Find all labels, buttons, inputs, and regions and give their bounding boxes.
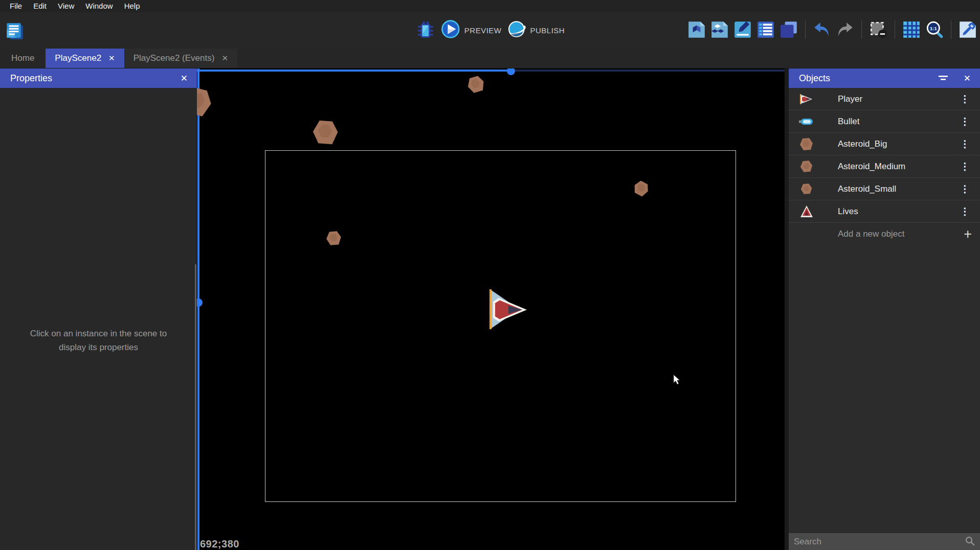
toolbar-separator — [951, 20, 951, 39]
objects-panel: Objects ✕ — [785, 68, 980, 550]
object-row-asteroid-big[interactable]: Asteroid_Big ⋮ — [789, 133, 980, 155]
debug-icon[interactable] — [415, 20, 436, 40]
menu-window[interactable]: Window — [80, 0, 118, 12]
add-object-label: Add a new object — [838, 229, 964, 239]
scene-hscrollbar-track[interactable] — [515, 70, 785, 72]
object-row-lives[interactable]: Lives ⋮ — [789, 200, 980, 223]
play-icon — [441, 19, 460, 41]
tab-label: Home — [11, 53, 34, 63]
object-label: Asteroid_Big — [838, 139, 957, 149]
objects-editor-icon[interactable] — [686, 19, 707, 40]
svg-text:1:1: 1:1 — [930, 26, 937, 31]
menu-view[interactable]: View — [52, 0, 80, 12]
close-icon[interactable]: ✕ — [221, 54, 228, 63]
scene-vscrollbar-thumb[interactable] — [197, 299, 203, 307]
toggle-grid-icon[interactable] — [901, 19, 922, 40]
object-row-asteroid-small[interactable]: Asteroid_Small ⋮ — [789, 178, 980, 200]
kebab-menu-icon[interactable]: ⋮ — [957, 208, 973, 215]
kebab-menu-icon[interactable]: ⋮ — [957, 186, 973, 193]
asteroid-icon — [799, 182, 814, 196]
properties-title: Properties — [10, 73, 52, 84]
toolbar-separator — [861, 20, 862, 39]
asteroid-instance[interactable] — [197, 82, 213, 121]
toolbar-separator — [895, 20, 895, 39]
publish-button[interactable]: PUBLISH — [506, 19, 565, 41]
tab-playscene2-events[interactable]: PlayScene2 (Events) ✕ — [124, 49, 237, 68]
scene-hscrollbar-thumb[interactable] — [507, 68, 515, 75]
object-label: Player — [838, 94, 957, 104]
menu-file[interactable]: File — [4, 0, 28, 12]
lives-ship-icon — [799, 205, 814, 218]
project-manager-icon[interactable] — [4, 20, 25, 41]
asteroid-icon — [799, 138, 814, 151]
objects-header: Objects ✕ — [789, 68, 980, 88]
scene-canvas[interactable]: 692;380 — [197, 68, 785, 550]
mouse-cursor — [673, 374, 681, 385]
properties-header: Properties ✕ — [0, 68, 197, 88]
menu-help[interactable]: Help — [119, 0, 146, 12]
instances-list-icon[interactable] — [755, 19, 776, 40]
bullet-icon — [799, 115, 814, 128]
layers-icon[interactable] — [778, 19, 799, 40]
deselect-instances-icon[interactable] — [868, 19, 888, 40]
object-label: Bullet — [838, 117, 957, 127]
preview-button[interactable]: PREVIEW — [441, 19, 502, 41]
object-search-bar — [789, 533, 980, 550]
menu-edit[interactable]: Edit — [28, 0, 52, 12]
tab-bar: Home PlayScene2 ✕ PlayScene2 (Events) ✕ — [0, 49, 980, 68]
tab-label: PlayScene2 (Events) — [133, 53, 215, 63]
object-row-bullet[interactable]: Bullet ⋮ — [789, 110, 980, 133]
object-row-player[interactable]: Player ⋮ — [789, 88, 980, 110]
properties-body: Click on an instance in the scene to dis… — [0, 88, 197, 550]
search-icon — [965, 536, 975, 548]
object-groups-icon[interactable] — [709, 19, 730, 40]
object-label: Asteroid_Small — [838, 184, 957, 194]
close-icon[interactable]: ✕ — [962, 73, 973, 84]
object-label: Asteroid_Medium — [838, 162, 957, 172]
kebab-menu-icon[interactable]: ⋮ — [957, 96, 973, 103]
properties-icon[interactable] — [732, 19, 753, 40]
scene-hscrollbar[interactable] — [197, 70, 511, 72]
player-ship-icon — [799, 93, 814, 106]
asteroid-instance[interactable] — [633, 180, 650, 197]
zoom-original-icon[interactable]: 1:1 — [924, 19, 945, 40]
close-icon[interactable]: ✕ — [108, 54, 115, 63]
player-ship-instance[interactable] — [479, 283, 530, 329]
asteroid-instance[interactable] — [312, 118, 340, 147]
properties-scrollbar[interactable] — [195, 264, 196, 550]
object-label: Lives — [838, 207, 957, 217]
object-search-input[interactable] — [794, 537, 965, 547]
properties-panel: Properties ✕ Click on an instance in the… — [0, 68, 197, 550]
objects-panel-empty-area — [789, 245, 980, 533]
close-icon[interactable]: ✕ — [179, 73, 190, 84]
publish-label: PUBLISH — [530, 26, 565, 35]
cursor-coordinates: 692;380 — [200, 538, 239, 550]
publish-globe-icon — [506, 19, 526, 41]
object-row-asteroid-medium[interactable]: Asteroid_Medium ⋮ — [789, 155, 980, 178]
tab-label: PlayScene2 — [55, 53, 101, 63]
tab-playscene2[interactable]: PlayScene2 ✕ — [46, 49, 124, 68]
objects-title: Objects — [799, 73, 830, 84]
kebab-menu-icon[interactable]: ⋮ — [957, 163, 973, 170]
undo-icon[interactable] — [812, 19, 832, 40]
scene-vscrollbar[interactable] — [197, 68, 199, 550]
asteroid-instance[interactable] — [467, 75, 485, 94]
asteroid-instance[interactable] — [326, 230, 342, 246]
toolbar: PREVIEW PUBLISH — [0, 12, 980, 49]
menu-bar: File Edit View Window Help — [0, 0, 980, 12]
add-object-button[interactable]: Add a new object + — [789, 223, 980, 245]
project-settings-icon[interactable] — [957, 19, 978, 40]
gdevelop-window: File Edit View Window Help — [0, 0, 980, 550]
plus-icon: + — [964, 229, 972, 239]
kebab-menu-icon[interactable]: ⋮ — [957, 118, 973, 125]
asteroid-icon — [799, 160, 814, 173]
filter-icon[interactable] — [938, 73, 948, 84]
preview-label: PREVIEW — [464, 26, 502, 35]
properties-empty-message: Click on an instance in the scene to dis… — [0, 327, 197, 354]
kebab-menu-icon[interactable]: ⋮ — [957, 141, 973, 148]
redo-icon[interactable] — [835, 19, 855, 40]
toolbar-separator — [805, 20, 806, 39]
tab-home[interactable]: Home — [0, 49, 46, 68]
